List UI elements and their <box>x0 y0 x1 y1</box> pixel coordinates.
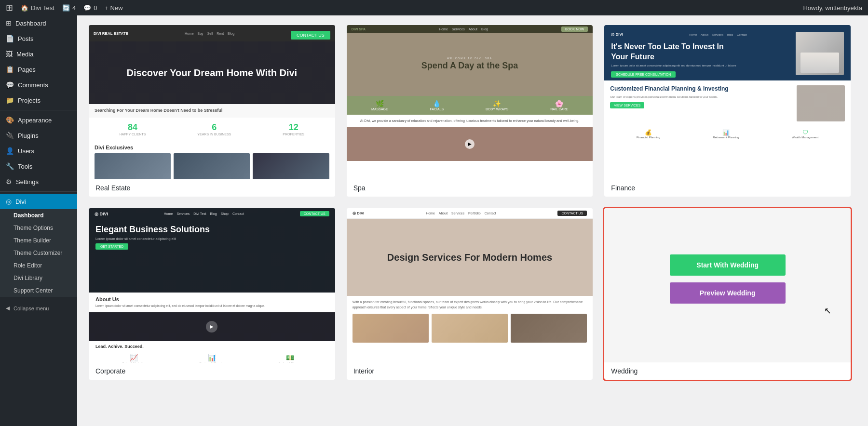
settings-icon: ⚙ <box>6 178 12 186</box>
re-hero-title: Discover Your Dream Home With Divi <box>127 67 298 79</box>
menu-separator-1 <box>0 110 77 110</box>
divi-icon: ◎ <box>6 198 12 205</box>
template-preview-interior: ◎ DIVI HomeAboutServicesPortfolioContact… <box>347 208 593 362</box>
submenu-item-theme-options[interactable]: Theme Options <box>0 222 77 234</box>
int-nav: ◎ DIVI HomeAboutServicesPortfolioContact… <box>347 208 593 219</box>
sidebar-item-appearance[interactable]: 🎨 Appearance <box>0 112 77 128</box>
corp-stat-1: Sales & Marketing <box>122 361 146 362</box>
submenu-item-divi-library[interactable]: Divi Library <box>0 272 77 284</box>
media-icon: 🖼 <box>6 50 13 58</box>
spa-about-text: At Divi, we provide a sanctuary of relax… <box>347 115 593 127</box>
template-card-wedding[interactable]: Start With Wedding Preview Wedding ↖ Wed… <box>604 208 851 380</box>
template-preview-finance: ◎ DIVI HomeAboutServicesBlogContact GET … <box>604 25 851 179</box>
updates-item[interactable]: 🔄 4 <box>62 4 76 12</box>
spa-bottom-image: ▶ <box>347 127 593 161</box>
fin-hero: ◎ DIVI HomeAboutServicesBlogContact GET … <box>604 25 851 80</box>
menu-separator-2 <box>0 191 77 192</box>
templates-grid: DIVI REAL ESTATE HomeBuySellRentBlog CON… <box>89 25 851 380</box>
collapse-icon: ◀ <box>6 305 10 311</box>
collapse-menu-button[interactable]: ◀ Collapse menu <box>0 301 77 315</box>
cursor-icon: ↖ <box>824 306 831 316</box>
admin-sidebar: ⊞ Dashboard 📄 Posts 🖼 Media 📋 Pages 💬 Co… <box>0 15 77 426</box>
start-with-wedding-button[interactable]: Start With Wedding <box>670 254 786 276</box>
corp-lead-section: Lead. Achive. Succeed. <box>89 341 335 352</box>
corp-hero-content: Elegant Business Solutions Lorem ipsum d… <box>89 219 335 254</box>
sidebar-item-plugins[interactable]: 🔌 Plugins <box>0 128 77 143</box>
submenu-item-theme-builder[interactable]: Theme Builder <box>0 234 77 247</box>
re-contact-btn[interactable]: CONTACT US <box>291 31 330 40</box>
template-name-real-estate: Real Estate <box>89 179 335 197</box>
template-card-interior[interactable]: ◎ DIVI HomeAboutServicesPortfolioContact… <box>347 208 593 380</box>
int-body-text: With a passion for creating beautiful, f… <box>353 300 587 310</box>
admin-bar: ⊞ 🏠 Divi Test 🔄 4 💬 0 + New Howdy, writt… <box>0 0 868 15</box>
fin-hero-cta[interactable]: SCHEDULE FREE CONSULTATION <box>611 71 676 78</box>
sidebar-item-pages[interactable]: 📋 Pages <box>0 62 77 77</box>
int-body: With a passion for creating beautiful, f… <box>347 296 593 314</box>
template-preview-spa: DIVI SPA HomeServicesAboutBlog BOOK NOW … <box>347 25 593 179</box>
sidebar-item-media[interactable]: 🖼 Media <box>0 46 77 62</box>
re-img-1 <box>95 153 171 179</box>
comments-icon: 💬 <box>83 4 91 12</box>
corp-play-btn[interactable]: ▶ <box>206 321 217 333</box>
users-icon: 👤 <box>6 147 14 155</box>
pages-icon: 📋 <box>6 66 14 73</box>
sidebar-item-dashboard[interactable]: ⊞ Dashboard <box>0 15 77 31</box>
sidebar-item-settings[interactable]: ⚙ Settings <box>0 174 77 189</box>
sidebar-item-posts[interactable]: 📄 Posts <box>0 31 77 46</box>
corp-nav: ◎ DIVI HomeServicesDivi TestBlogShopCont… <box>89 208 335 219</box>
sidebar-item-users[interactable]: 👤 Users <box>0 143 77 159</box>
re-stats: 84 HAPPY CLIENTS 6 YEARS IN BUSINESS 12 … <box>89 118 335 141</box>
fin-view-services-btn[interactable]: VIEW SERVICES <box>610 102 644 108</box>
corp-stat-3: Budget & Finance <box>278 361 301 362</box>
corp-stats: 📈 Sales & Marketing 📊 Strategy & Plannin… <box>89 352 335 362</box>
user-greeting: Howdy, writtenbyekta <box>803 4 862 12</box>
updates-icon: 🔄 <box>62 4 70 12</box>
divi-submenu: Dashboard Theme Options Theme Builder Th… <box>0 209 77 297</box>
appearance-icon: 🎨 <box>6 116 14 124</box>
spa-play-button[interactable]: ▶ <box>465 139 475 149</box>
template-name-spa: Spa <box>347 179 593 197</box>
preview-wedding-button[interactable]: Preview Wedding <box>670 282 786 304</box>
comments-item[interactable]: 💬 0 <box>83 4 97 12</box>
corp-video-section: ▶ <box>89 312 335 341</box>
submenu-item-role-editor[interactable]: Role Editor <box>0 259 77 272</box>
sidebar-item-comments[interactable]: 💬 Comments <box>0 77 77 93</box>
sidebar-item-projects[interactable]: 📁 Projects <box>0 93 77 108</box>
submenu-item-support-center[interactable]: Support Center <box>0 284 77 297</box>
fin-hero-title: It's Never Too Late To Invest In Your Fu… <box>611 42 739 62</box>
plugins-icon: 🔌 <box>6 132 14 139</box>
template-card-finance[interactable]: ◎ DIVI HomeAboutServicesBlogContact GET … <box>604 25 851 197</box>
int-img-2 <box>432 314 508 343</box>
template-card-spa[interactable]: DIVI SPA HomeServicesAboutBlog BOOK NOW … <box>347 25 593 197</box>
new-item[interactable]: + New <box>105 4 122 12</box>
corp-hero-title: Elegant Business Solutions <box>95 224 328 235</box>
int-hero-title: Design Services For Modern Homes <box>387 251 552 264</box>
corp-lead-label: Lead. Achive. Succeed. <box>95 344 328 349</box>
template-name-finance: Finance <box>604 179 851 197</box>
projects-icon: 📁 <box>6 96 14 104</box>
re-images <box>95 153 329 179</box>
posts-icon: 📄 <box>6 35 14 42</box>
spa-nav: DIVI SPA HomeServicesAboutBlog BOOK NOW <box>347 25 593 33</box>
re-img-3 <box>253 153 329 179</box>
submenu-item-theme-customizer[interactable]: Theme Customizer <box>0 247 77 259</box>
template-card-real-estate[interactable]: DIVI REAL ESTATE HomeBuySellRentBlog CON… <box>89 25 335 197</box>
int-hero: Design Services For Modern Homes <box>347 219 593 296</box>
template-preview-corporate: ◎ DIVI HomeServicesDivi TestBlogShopCont… <box>89 208 335 362</box>
fin-hero-image <box>796 32 844 75</box>
re-exclusives-label: Divi Exclusives <box>95 145 329 150</box>
site-name[interactable]: 🏠 Divi Test <box>21 4 54 12</box>
tools-icon: 🔧 <box>6 162 14 170</box>
corp-hero-btn[interactable]: GET STARTED <box>95 243 128 250</box>
submenu-item-dashboard[interactable]: Dashboard <box>0 209 77 222</box>
wp-logo[interactable]: ⊞ <box>6 2 13 13</box>
re-bottom: Divi Exclusives <box>89 141 335 179</box>
fin-mid-title: Customized Financial Planning & Investin… <box>610 85 792 93</box>
template-name-corporate: Corporate <box>89 362 335 380</box>
template-name-interior: Interior <box>347 362 593 380</box>
int-img-3 <box>511 314 587 343</box>
sidebar-item-tools[interactable]: 🔧 Tools <box>0 159 77 174</box>
sidebar-item-divi[interactable]: ◎ Divi <box>0 194 77 209</box>
template-card-corporate[interactable]: ◎ DIVI HomeServicesDivi TestBlogShopCont… <box>89 208 335 380</box>
corp-stat-2: Strategy & Planning <box>199 361 225 362</box>
